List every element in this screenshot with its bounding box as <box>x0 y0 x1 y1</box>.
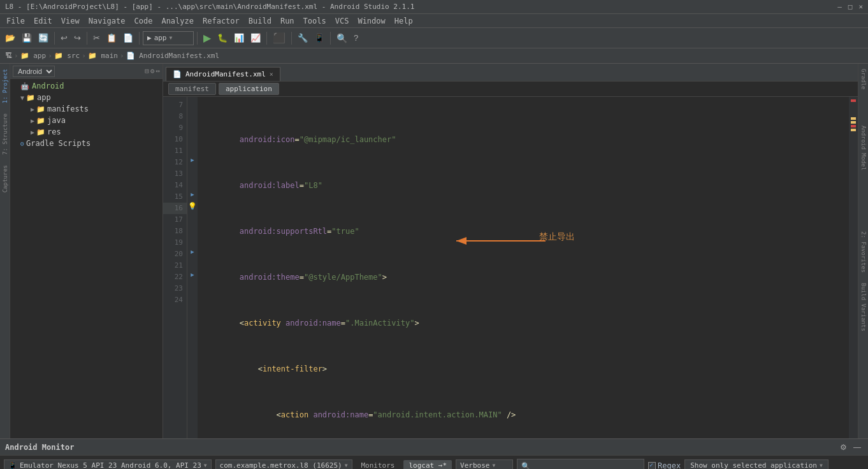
breadcrumb-src[interactable]: 📁 src <box>54 52 80 60</box>
project-tab[interactable]: 1: Project <box>1 64 10 108</box>
show-only-arrow: ▼ <box>820 463 823 468</box>
tree-item-android: 🤖 Android <box>10 80 163 92</box>
sidebar-settings-btn[interactable]: ⚙ <box>150 67 155 75</box>
code-content[interactable]: android:icon="@mipmap/ic_launcher" andro… <box>198 97 849 438</box>
menu-window[interactable]: Window <box>354 15 389 27</box>
log-search-input[interactable] <box>517 459 644 470</box>
regex-checkbox-box[interactable] <box>648 462 656 470</box>
stop-button[interactable]: ⬛ <box>270 30 288 47</box>
warn-marker-2[interactable] <box>851 121 856 124</box>
tree-item-manifests[interactable]: ▶ 📁 manifests <box>10 103 163 115</box>
tree-item-java[interactable]: ▶ 📁 java <box>10 115 163 126</box>
menu-help[interactable]: Help <box>391 15 417 27</box>
menu-code[interactable]: Code <box>131 15 157 27</box>
bracket-11a: < <box>240 319 244 328</box>
line-11: 11 <box>163 145 187 157</box>
breadcrumb-main[interactable]: 📁 main <box>88 52 118 60</box>
subtab-manifest[interactable]: manifest <box>168 83 216 95</box>
toolbar-redo-btn[interactable]: ↪ <box>71 30 83 47</box>
coverage-button[interactable]: 📊 <box>231 30 247 47</box>
captures-tab[interactable]: Captures <box>1 160 10 198</box>
monitor-settings-btn[interactable]: ⚙ <box>838 442 849 452</box>
tab-close-btn[interactable]: × <box>270 71 273 78</box>
menu-edit[interactable]: Edit <box>30 15 56 27</box>
structure-tab[interactable]: 7: Structure <box>1 108 10 160</box>
warn-marker-3[interactable] <box>851 129 856 131</box>
sidebar-scope-select[interactable]: Android Project <box>13 66 55 77</box>
run-button[interactable]: ▶ <box>201 30 213 47</box>
gradle-side-tab[interactable]: Gradle <box>859 64 868 95</box>
bracket-12: < <box>258 364 263 373</box>
minimize-button[interactable]: — <box>837 3 842 11</box>
show-only-selected-btn[interactable]: Show only selected application ▼ <box>684 459 828 469</box>
process-label: com.example.metrox.l8 (16625) <box>220 461 342 469</box>
sdk-manager-btn[interactable]: 🔧 <box>295 30 310 47</box>
search-everywhere-btn[interactable]: 🔍 <box>334 30 350 47</box>
toolbar-paste-btn[interactable]: 📄 <box>120 30 136 47</box>
verbose-select[interactable]: Verbose ▼ <box>456 459 513 469</box>
tree-res-label: res <box>47 127 61 136</box>
menu-navigate[interactable]: Navigate <box>85 15 129 27</box>
monitor-collapse-btn[interactable]: — <box>851 442 863 452</box>
process-selector[interactable]: com.example.metrox.l8 (16625) ▼ <box>215 459 352 469</box>
debug-button[interactable]: 🐛 <box>215 30 230 47</box>
gutter-15: ▶ <box>191 189 194 200</box>
monitors-tab[interactable]: Monitors <box>356 460 400 469</box>
android-model-side-tab[interactable]: Android Model <box>859 120 868 175</box>
error-marker-18[interactable] <box>851 125 856 127</box>
device-selector[interactable]: 📱 Emulator Nexus_5_API_23 Android 6.0, A… <box>4 459 212 469</box>
breadcrumb-l8[interactable]: 🏗 <box>5 52 12 60</box>
verbose-label: Verbose <box>460 461 489 469</box>
toolbar-copy-btn[interactable]: 📋 <box>104 30 119 47</box>
editor-tab-manifest[interactable]: 📄 AndroidManifest.xml × <box>166 67 280 81</box>
main-layout: 1: Project 7: Structure Captures Android… <box>0 64 868 438</box>
menu-file[interactable]: File <box>3 15 29 27</box>
regex-checkbox[interactable]: Regex <box>648 461 681 470</box>
warn-marker-1[interactable] <box>851 117 856 120</box>
toolbar-open-btn[interactable]: 📂 <box>3 30 18 47</box>
maximize-button[interactable]: □ <box>848 3 853 11</box>
menu-vcs[interactable]: VCS <box>331 15 353 27</box>
avd-manager-btn[interactable]: 📱 <box>312 30 327 47</box>
window-controls[interactable]: — □ ✕ <box>837 3 863 11</box>
menu-tools[interactable]: Tools <box>300 15 330 27</box>
toolbar-save-btn[interactable]: 💾 <box>19 30 34 47</box>
line-18: 18 <box>163 226 187 237</box>
menu-refactor[interactable]: Refactor <box>199 15 243 27</box>
tree-item-res[interactable]: ▶ 📁 res <box>10 126 163 138</box>
sidebar-actions: ⊟ ⚙ ↔ <box>145 67 160 75</box>
android-monitor-panel: Android Monitor ⚙ — 📱 Emulator Nexus_5_A… <box>0 438 868 469</box>
logcat-tab[interactable]: logcat →* <box>403 460 452 469</box>
app-selector[interactable]: ▶ app ▼ <box>143 31 194 45</box>
breadcrumb-manifest[interactable]: 📄 AndroidManifest.xml <box>126 52 219 60</box>
toolbar-undo-btn[interactable]: ↩ <box>58 30 70 47</box>
toolbar-cut-btn[interactable]: ✂ <box>90 30 103 47</box>
close-button[interactable]: ✕ <box>858 3 863 11</box>
tree-item-app[interactable]: ▼ 📁 app <box>10 92 163 103</box>
build-variants-side-tab[interactable]: Build Variants <box>859 278 868 336</box>
help-btn[interactable]: ? <box>351 30 361 47</box>
tree-item-gradle[interactable]: ⚙ Gradle Scripts <box>10 138 163 149</box>
sidebar-sync-btn[interactable]: ↔ <box>156 67 160 75</box>
menu-analyze[interactable]: Analyze <box>157 15 198 27</box>
error-marker-top[interactable] <box>851 99 856 102</box>
lightbulb-icon[interactable]: 💡 <box>188 202 197 210</box>
scope-marker-12: ▶ <box>191 157 194 163</box>
favorites-side-tab[interactable]: 2: Favorites <box>859 226 868 278</box>
bracket-13: < <box>277 410 281 419</box>
code-line-12: <intent-filter> <box>203 363 844 375</box>
tag-intent-filter-12: intent-filter <box>263 364 322 373</box>
menu-run[interactable]: Run <box>277 15 298 27</box>
app-selector-label: app <box>154 34 167 42</box>
menu-view[interactable]: View <box>57 15 83 27</box>
breadcrumb-sep1: › <box>14 52 18 60</box>
code-line-7: android:icon="@mipmap/ic_launcher" <box>203 134 844 145</box>
subtab-application[interactable]: application <box>219 83 279 95</box>
sidebar-collapse-btn[interactable]: ⊟ <box>145 67 149 75</box>
menu-build[interactable]: Build <box>245 15 275 27</box>
toolbar-sync-btn[interactable]: 🔄 <box>36 30 51 47</box>
profile-button[interactable]: 📈 <box>248 30 263 47</box>
gradle-icon: ⚙ <box>20 140 24 147</box>
breadcrumb-app[interactable]: 📁 app <box>20 52 47 60</box>
line-16: 16 <box>163 203 187 214</box>
